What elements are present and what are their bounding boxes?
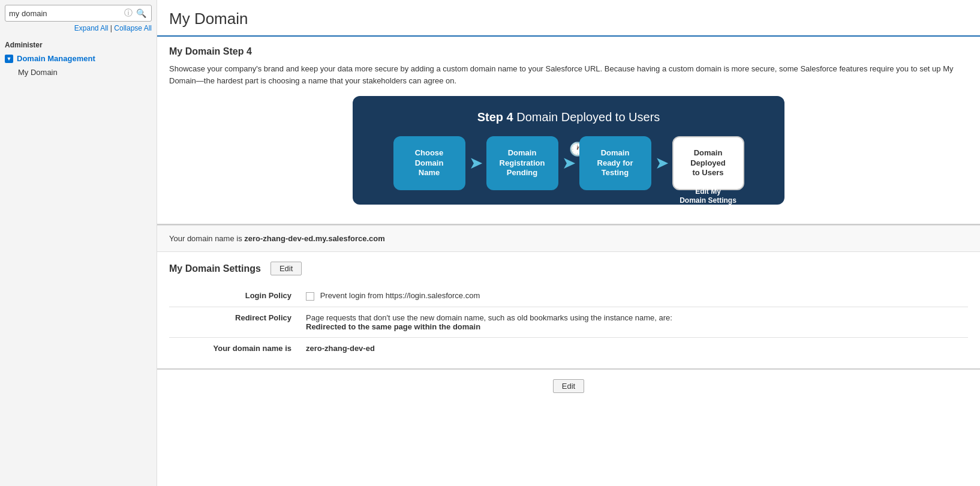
step-box-4: DomainDeployedto Users Edit MyDomain Set… — [672, 136, 744, 190]
domain-info-prefix: Your domain name is — [169, 234, 244, 243]
step-box-2: DomainRegistrationPending — [486, 136, 558, 190]
expand-collapse-bar: Expand All | Collapse All — [0, 22, 157, 35]
main-content: My Domain My Domain Step 4 Showcase your… — [157, 0, 980, 486]
domain-management-group: ▼ Domain Management My Domain — [0, 52, 157, 79]
settings-header: My Domain Settings Edit — [169, 262, 968, 275]
step4-description: Showcase your company's brand and keep y… — [169, 63, 968, 86]
domain-management-label: Domain Management — [17, 54, 95, 63]
redirect-policy-text: Page requests that don't use the new dom… — [306, 313, 672, 322]
redirect-policy-value: Page requests that don't use the new dom… — [301, 307, 968, 337]
step4-section: My Domain Step 4 Showcase your company's… — [157, 37, 980, 225]
steps-row: ChooseDomainName ➤ DomainRegistrationPen… — [371, 136, 766, 190]
diagram-title-suffix: Domain Deployed to Users — [516, 110, 660, 124]
settings-table: Login Policy Prevent login from https://… — [169, 285, 968, 359]
search-bar: ⓘ 🔍 — [5, 5, 152, 22]
your-domain-value: zero-zhang-dev-ed — [301, 337, 968, 359]
arrow-icon-2: ➤ — [562, 155, 576, 172]
administer-label: Administer — [0, 35, 157, 52]
arrow-1: ➤ — [465, 155, 486, 172]
your-domain-name: zero-zhang-dev-ed — [306, 344, 375, 353]
sidebar: ⓘ 🔍 Expand All | Collapse All Administer… — [0, 0, 157, 486]
step-box-1: ChooseDomainName — [393, 136, 465, 190]
arrow-icon-1: ➤ — [469, 155, 483, 172]
settings-section: My Domain Settings Edit Login Policy Pre… — [157, 252, 980, 370]
page-title: My Domain — [169, 10, 968, 28]
step4-title: My Domain Step 4 — [169, 46, 968, 57]
search-button[interactable]: 🔍 — [135, 8, 148, 18]
redirect-policy-row: Redirect Policy Page requests that don't… — [169, 307, 968, 337]
diagram-title: Step 4 Domain Deployed to Users — [371, 110, 766, 124]
expand-all-link[interactable]: Expand All — [74, 24, 109, 32]
arrow-3: ➤ — [651, 155, 672, 172]
bottom-edit-row: Edit — [157, 370, 980, 403]
your-domain-label: Your domain name is — [169, 337, 301, 359]
step-diagram: Step 4 Domain Deployed to Users ChooseDo… — [353, 96, 784, 205]
arrow-icon-3: ➤ — [655, 155, 669, 172]
edit-my-domain-label: Edit MyDomain Settings — [680, 187, 736, 206]
arrow-2: 🕐 ➤ — [558, 155, 579, 172]
diagram-title-prefix: Step 4 — [477, 110, 513, 124]
domain-name-value: zero-zhang-dev-ed.my.salesforce.com — [244, 234, 385, 243]
search-input[interactable] — [9, 9, 124, 18]
redirect-policy-label: Redirect Policy — [169, 307, 301, 337]
bottom-edit-button[interactable]: Edit — [553, 379, 584, 393]
settings-title: My Domain Settings — [169, 263, 261, 274]
login-policy-row: Login Policy Prevent login from https://… — [169, 285, 968, 307]
login-policy-text: Prevent login from https://login.salesfo… — [320, 291, 480, 300]
login-policy-value: Prevent login from https://login.salesfo… — [301, 285, 968, 307]
login-policy-label: Login Policy — [169, 285, 301, 307]
login-policy-checkbox[interactable] — [306, 292, 314, 301]
redirect-policy-bold: Redirected to the same page within the d… — [306, 322, 480, 331]
sidebar-item-my-domain[interactable]: My Domain — [5, 65, 157, 79]
domain-info-bar: Your domain name is zero-zhang-dev-ed.my… — [157, 225, 980, 252]
settings-edit-button[interactable]: Edit — [270, 262, 302, 275]
domain-name-row: Your domain name is zero-zhang-dev-ed — [169, 337, 968, 359]
collapse-all-link[interactable]: Collapse All — [114, 24, 152, 32]
domain-management-header[interactable]: ▼ Domain Management — [5, 52, 157, 65]
page-header: My Domain — [157, 0, 980, 37]
group-arrow-icon: ▼ — [5, 55, 13, 63]
help-icon[interactable]: ⓘ — [124, 8, 133, 19]
step-box-3: DomainReady forTesting — [579, 136, 651, 190]
